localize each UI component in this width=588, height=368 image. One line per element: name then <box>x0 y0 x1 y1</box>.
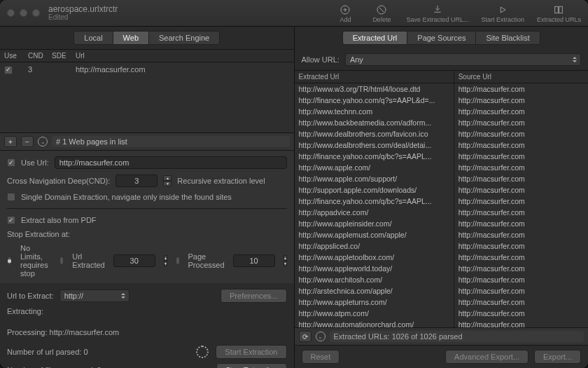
table-row[interactable]: http://www.applemust.com/apple/http://ma… <box>295 229 589 240</box>
tab-extracted-url[interactable]: Extracted Url <box>343 32 408 44</box>
tab-page-sources[interactable]: Page Sources <box>407 32 476 44</box>
filter-menu-button[interactable]: ⌄ <box>316 332 326 341</box>
sde-checkbox[interactable] <box>7 193 15 201</box>
export-button[interactable]: Export... <box>534 350 581 364</box>
svg-rect-2 <box>555 6 559 13</box>
url-extracted-radio[interactable] <box>59 257 64 265</box>
window-subtitle: Edited <box>48 13 118 22</box>
table-row[interactable]: http://www.appleinsider.com/http://macsu… <box>295 218 589 229</box>
table-row[interactable]: http://www.backbeatmedia.com/adform...ht… <box>295 117 589 128</box>
url-extracted-stepper[interactable]: ▴▾ <box>164 255 167 266</box>
table-row[interactable]: http://www.architosh.com/http://macsurfe… <box>295 274 589 285</box>
stop-button[interactable]: Stop Extraction <box>216 363 287 368</box>
list-count-label: # 1 Web pages in list <box>52 136 290 147</box>
left-panel: LocalWebSearch Engine Use CND SDE Url 3h… <box>0 27 295 368</box>
advanced-export-button[interactable]: Advanced Export... <box>445 350 528 364</box>
col-source-url[interactable]: Source Url <box>454 71 588 83</box>
table-row[interactable]: http://www.appleturns.com/http://macsurf… <box>295 297 589 308</box>
use-url-checkbox[interactable] <box>7 158 15 167</box>
web-table-header: Use CND SDE Url <box>0 49 294 62</box>
start-extraction-button[interactable]: Start Extraction <box>481 4 524 23</box>
table-row[interactable]: http://www.dealbrothers.com/deal/detai..… <box>295 139 589 151</box>
window-controls <box>7 9 40 17</box>
use-url-field[interactable]: http://macsurfer.com <box>55 156 287 169</box>
extracted-status: Extracted URLs: 1026 of 1026 parsed <box>330 331 584 342</box>
close-icon[interactable] <box>7 9 15 17</box>
page-processed-field[interactable]: 10 <box>233 254 275 267</box>
add-button[interactable]: Add <box>333 4 357 23</box>
tab-search-engine[interactable]: Search Engine <box>149 32 219 44</box>
extracting-label: Extracting: <box>7 307 287 315</box>
table-row[interactable]: http://www.technn.comhttp://macsurfer.co… <box>295 106 589 117</box>
table-row[interactable]: http://appadvice.com/http://macsurfer.co… <box>295 207 589 218</box>
table-row[interactable]: http://www.apple.com/http://macsurfer.co… <box>295 162 589 173</box>
preferences-button[interactable]: Preferences... <box>220 289 286 303</box>
url-extracted-field[interactable]: 30 <box>113 254 155 267</box>
scheme-select[interactable]: http:// <box>59 289 130 302</box>
page-processed-stepper[interactable]: ▴▾ <box>284 255 287 266</box>
titlebar: aerospace.urlxtrctr Edited Add Delete Sa… <box>0 0 588 27</box>
url-parsed-label: Number of url parsed: 0 <box>7 348 88 356</box>
reset-button[interactable]: Reset <box>302 350 340 364</box>
extracted-urls-button[interactable]: Extracted URLs <box>537 4 581 23</box>
page-processed-radio[interactable] <box>176 257 180 265</box>
table-row[interactable]: http://finance.yahoo.com/q/bc?s=AAPL...h… <box>295 196 589 207</box>
table-row[interactable]: http://www.w3.org/TR/html4/loose.dtdhttp… <box>295 83 589 95</box>
action-menu-button[interactable]: ⌄ <box>38 137 48 146</box>
table-row[interactable]: http://www.apple.com/support/http://macs… <box>295 173 589 184</box>
svg-rect-3 <box>559 6 563 13</box>
minimize-icon[interactable] <box>20 9 27 17</box>
table-row[interactable]: http://support.apple.com/downloads/http:… <box>295 184 589 196</box>
table-row[interactable]: http://www.appleworld.today/http://macsu… <box>295 263 589 274</box>
add-row-button[interactable]: + <box>4 136 17 147</box>
allow-url-select[interactable]: Any <box>345 53 581 66</box>
table-row[interactable]: http://www.dealbrothers.com/favicon.icoh… <box>295 128 589 139</box>
tab-web[interactable]: Web <box>113 32 149 44</box>
cnd-field[interactable]: 3 <box>115 175 158 187</box>
table-row[interactable]: http://appsliced.co/http://macsurfer.com <box>295 240 589 252</box>
col-extracted-url[interactable]: Extracted Url <box>295 71 454 83</box>
cnd-stepper[interactable]: ▴▾ <box>163 175 172 186</box>
save-button[interactable]: Save Extracted URL... <box>406 4 468 23</box>
pdf-checkbox[interactable] <box>7 216 15 224</box>
row-use-checkbox[interactable] <box>4 66 13 74</box>
table-row[interactable]: http://arstechnica.com/apple/http://macs… <box>295 285 589 297</box>
tab-local[interactable]: Local <box>74 32 113 44</box>
web-table-body[interactable]: 3http://macsurfer.com <box>0 62 294 132</box>
table-row[interactable]: 3http://macsurfer.com <box>0 62 294 76</box>
spinner-icon <box>196 346 209 358</box>
delete-button[interactable]: Delete <box>370 4 393 23</box>
app-window: aerospace.urlxtrctr Edited Add Delete Sa… <box>0 0 588 368</box>
table-row[interactable]: http://finance.yahoo.com/q/bc?s=AAPL...h… <box>295 151 589 162</box>
table-row[interactable]: http://finance.yahoo.com/q?s=AAPL&d=...h… <box>295 95 589 106</box>
nolimit-radio[interactable] <box>7 257 12 265</box>
window-title: aerospace.urlxtrctr <box>48 5 118 13</box>
right-panel: Extracted UrlPage SourcesSite Blacklist … <box>295 27 589 368</box>
source-tabs: LocalWebSearch Engine <box>74 31 220 45</box>
remove-row-button[interactable]: − <box>21 136 34 147</box>
processing-label: Processing: http://macsurfer.com <box>7 328 287 336</box>
start-button[interactable]: Start Extraction <box>216 345 286 359</box>
extracted-table[interactable]: http://www.w3.org/TR/html4/loose.dtdhttp… <box>295 83 589 327</box>
zoom-icon[interactable] <box>32 9 40 17</box>
table-row[interactable]: http://www.atpm.com/http://macsurfer.com <box>295 308 589 319</box>
result-tabs: Extracted UrlPage SourcesSite Blacklist <box>342 31 540 45</box>
table-row[interactable]: http://www.appletoolbox.com/http://macsu… <box>295 252 589 263</box>
tab-site-blacklist[interactable]: Site Blacklist <box>476 32 539 44</box>
refresh-button[interactable]: ⟳ <box>299 331 312 342</box>
table-row[interactable]: http://www.automationorchard.com/http://… <box>295 319 589 327</box>
